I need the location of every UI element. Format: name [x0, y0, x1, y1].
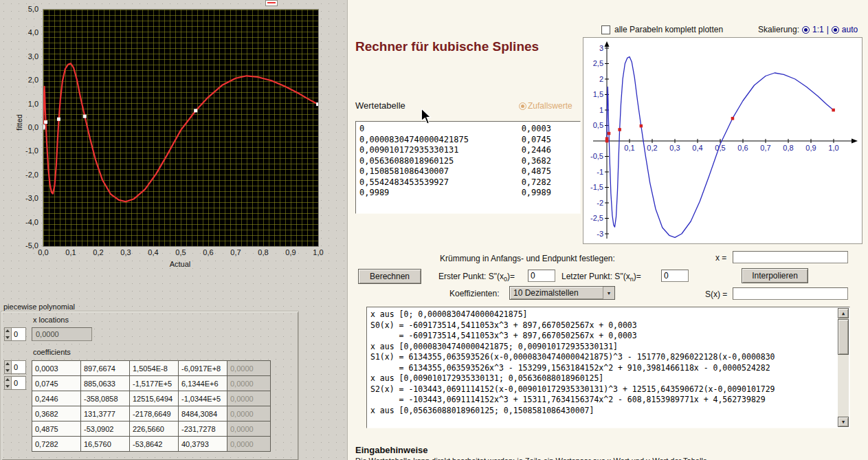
- value-table[interactable]: 00,00030,000083047400004218750,07450,009…: [355, 121, 581, 214]
- coefficients-row-index-value[interactable]: 0: [12, 360, 26, 374]
- zufallswerte-button[interactable]: Zufallswerte: [519, 101, 572, 111]
- coefficient-cell[interactable]: -1,5177E+5: [130, 376, 179, 391]
- vertical-scrollbar[interactable]: ▲ ▼: [838, 308, 849, 427]
- coefficient-cell[interactable]: 0,0745: [32, 376, 81, 391]
- x-value: 0,1508581086430007: [359, 166, 449, 177]
- x-tick-label: 0,6: [737, 144, 748, 152]
- alle-parabeln-checkbox[interactable]: [601, 25, 610, 34]
- coefficient-cell[interactable]: 0,2446: [32, 391, 81, 406]
- coefficients-row-index-spinner[interactable]: 0: [4, 360, 26, 374]
- coefficient-cell[interactable]: 40,3793: [179, 437, 227, 452]
- scale-auto-label[interactable]: auto: [842, 25, 858, 34]
- coefficients-col-index-spinner[interactable]: 0: [4, 376, 26, 390]
- coefficient-cell[interactable]: 1,5054E-8: [130, 361, 179, 376]
- labview-front-panel: 5,04,03,02,01,00,0-1,0-2,0-3,0-4,0-5,0 0…: [0, 0, 348, 460]
- letzter-punkt-input[interactable]: [661, 270, 689, 282]
- sx-input[interactable]: [733, 287, 848, 300]
- coefficient-cell[interactable]: 226,5660: [130, 421, 179, 437]
- data-point-marker: [57, 118, 60, 121]
- coefficient-cell[interactable]: 897,6674: [81, 361, 130, 376]
- x-axis-arrow-icon: [852, 139, 858, 144]
- value-table-row[interactable]: 0,99890,9989: [359, 188, 551, 199]
- scale-auto-radio[interactable]: [832, 26, 839, 34]
- coefficient-cell[interactable]: 8484,3084: [179, 406, 227, 421]
- x-tick-label: 1,0: [828, 144, 838, 152]
- x-value: 0,05636088018960125: [359, 156, 454, 167]
- x-tick-label: 0,2: [647, 144, 657, 152]
- y-tick-label: -2,5: [590, 214, 603, 222]
- coefficient-cell[interactable]: 12515,6494: [130, 391, 179, 406]
- eingabehinweise-title: Eingabehinweise: [355, 445, 427, 455]
- coefficient-cell[interactable]: 0,7282: [32, 437, 81, 452]
- y-tick-label: -2,0: [25, 171, 38, 179]
- y-tick-label: -3: [597, 230, 603, 238]
- coefficient-cell[interactable]: 131,3777: [81, 406, 130, 421]
- y-tick-label: 0,0: [28, 123, 38, 131]
- coefficient-cell[interactable]: -53,0902: [81, 421, 130, 437]
- coefficients-array[interactable]: 0,0003897,66741,5054E-8-6,0917E+80,00000…: [32, 360, 271, 452]
- skalierung-label: Skalierung:: [758, 25, 799, 34]
- x-tick-label: 0,8: [783, 144, 793, 152]
- scroll-down-icon[interactable]: ▼: [838, 417, 849, 427]
- letzter-punkt-label-end: )=: [634, 272, 641, 281]
- y-value: 0,9989: [522, 188, 551, 199]
- coefficient-cell: 0,0000: [227, 437, 271, 452]
- spinner-arrows-icon[interactable]: [4, 360, 12, 374]
- coefficient-cell[interactable]: 16,5760: [81, 437, 130, 452]
- y-value: 0,0003: [522, 124, 551, 135]
- coefficient-cell[interactable]: 885,0633: [81, 376, 130, 391]
- mouse-cursor-icon: [421, 109, 432, 127]
- value-table-row[interactable]: 0,15085810864300070,4875: [359, 166, 551, 177]
- formula-line: S0(x) = -609173514,5411053x^3 + 897,6670…: [370, 320, 836, 331]
- coefficient-cell[interactable]: -358,0858: [81, 391, 130, 406]
- formula-line: x aus [0,00008304740000421875; 0,0090101…: [370, 342, 836, 353]
- coefficient-cell[interactable]: -1,0344E+5: [179, 391, 227, 406]
- spinner-arrows-icon[interactable]: [4, 327, 12, 341]
- scroll-up-icon[interactable]: ▲: [838, 308, 849, 318]
- chevron-down-icon[interactable]: ▼: [603, 287, 614, 299]
- formula-lines: x aus [0; 0,00008304740000421875]S0(x) =…: [370, 309, 836, 416]
- coefficient-cell[interactable]: -6,0917E+8: [179, 361, 227, 376]
- coefficient-cell[interactable]: 0,0003: [32, 361, 81, 376]
- spinner-arrows-icon[interactable]: [4, 376, 12, 390]
- berechnen-button[interactable]: Berechnen: [358, 269, 421, 284]
- x-tick-label: 0,0: [34, 248, 53, 256]
- scale-1-1-label[interactable]: 1:1: [812, 25, 824, 34]
- plot-options-row: alle Parabeln komplett plotten: [601, 25, 723, 34]
- coefficient-cell: 0,0000: [227, 361, 271, 376]
- x-input[interactable]: [733, 251, 848, 263]
- erster-punkt-input[interactable]: [528, 270, 555, 282]
- coefficients-col-index-value[interactable]: 0: [12, 376, 26, 390]
- x-tick-label: 0,2: [89, 248, 108, 256]
- x-locations-index-spinner[interactable]: 0: [4, 327, 26, 341]
- coefficients-label: coefficients: [32, 348, 72, 356]
- coefficient-cell[interactable]: 0,4875: [32, 421, 81, 437]
- dropdown-selected-value[interactable]: 10 Dezimalstellen: [510, 288, 603, 298]
- coefficient-cell[interactable]: -2178,6649: [130, 406, 179, 421]
- coefficient-cell: 0,0000: [227, 421, 271, 437]
- value-table-row[interactable]: 0,056360880189601250,3682: [359, 156, 551, 167]
- x-tick-label: 0,6: [199, 248, 218, 256]
- value-table-row[interactable]: 0,000083047400004218750,0745: [359, 135, 551, 146]
- coefficient-cell[interactable]: -231,7278: [179, 421, 227, 437]
- scrollbar-thumb[interactable]: [838, 319, 849, 355]
- data-point-marker: [43, 124, 45, 128]
- x-tick-label: 0,7: [226, 248, 245, 256]
- coefficient-cell[interactable]: 6,1344E+6: [179, 376, 227, 391]
- value-table-row[interactable]: 00,0003: [359, 124, 551, 135]
- coefficients-row: 0,0003897,66741,5054E-8-6,0917E+80,0000: [32, 361, 271, 376]
- formula-line: S2(x) = -103443,0691114152(x-0,009010172…: [370, 384, 836, 395]
- coefficient-cell[interactable]: 0,3682: [32, 406, 81, 421]
- y-tick-label: 2,5: [593, 59, 603, 67]
- data-point-marker: [83, 115, 87, 118]
- value-table-row[interactable]: 0,55424834535399270,7282: [359, 177, 551, 188]
- scale-1-1-radio[interactable]: [802, 26, 810, 34]
- x-tick-label: 0,7: [760, 144, 770, 152]
- y-value: 0,2446: [522, 145, 551, 156]
- x-axis-title: Actual: [43, 260, 318, 268]
- value-table-row[interactable]: 0,0090101729353301310,2446: [359, 145, 551, 156]
- interpolieren-button[interactable]: Interpolieren: [742, 268, 808, 283]
- coefficient-cell[interactable]: -53,8642: [130, 437, 179, 452]
- dezimalstellen-dropdown[interactable]: 10 Dezimalstellen ▼: [509, 286, 615, 300]
- x-locations-index-value[interactable]: 0: [12, 327, 26, 341]
